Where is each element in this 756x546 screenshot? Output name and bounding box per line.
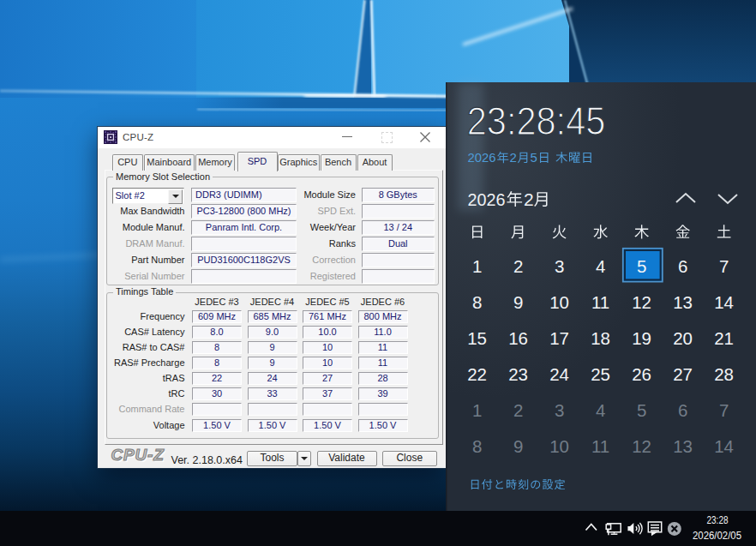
svg-text:4: 4 — [596, 256, 605, 276]
svg-text:16: 16 — [508, 328, 528, 348]
svg-text:3: 3 — [555, 400, 564, 420]
svg-text:12: 12 — [632, 292, 651, 312]
svg-text:21: 21 — [714, 328, 734, 348]
svg-text:2: 2 — [510, 150, 517, 165]
svg-text:14: 14 — [714, 292, 734, 312]
svg-text:2: 2 — [513, 400, 523, 420]
svg-text:5: 5 — [637, 256, 646, 276]
svg-text:5: 5 — [637, 400, 646, 420]
svg-text:19: 19 — [632, 328, 651, 348]
svg-text:1: 1 — [472, 256, 482, 276]
svg-text:9: 9 — [513, 436, 523, 456]
svg-text:3: 3 — [555, 256, 564, 276]
svg-text:27: 27 — [673, 364, 693, 384]
svg-text:23:28: 23:28 — [707, 514, 729, 526]
svg-text:17: 17 — [549, 328, 569, 348]
svg-text:20: 20 — [673, 328, 693, 348]
svg-text:9: 9 — [513, 292, 523, 312]
svg-text:13: 13 — [673, 436, 693, 456]
svg-text:8: 8 — [472, 436, 482, 456]
svg-text:7: 7 — [719, 256, 729, 276]
svg-text:11: 11 — [591, 436, 609, 456]
svg-text:6: 6 — [678, 400, 687, 420]
svg-text:2026: 2026 — [468, 150, 496, 165]
svg-text:14: 14 — [714, 436, 734, 456]
svg-text:22: 22 — [467, 364, 487, 384]
svg-text:2: 2 — [524, 189, 534, 209]
svg-text:2026/02/05: 2026/02/05 — [693, 530, 741, 542]
svg-text:4: 4 — [596, 400, 605, 420]
svg-text:25: 25 — [591, 364, 610, 384]
svg-text:15: 15 — [467, 328, 487, 348]
svg-text:7: 7 — [719, 400, 729, 420]
svg-text:26: 26 — [632, 364, 651, 384]
svg-text:2026: 2026 — [468, 189, 506, 209]
svg-text:23:28:45: 23:28:45 — [467, 99, 606, 143]
svg-text:6: 6 — [678, 256, 687, 276]
svg-text:8: 8 — [472, 292, 482, 312]
svg-text:11: 11 — [591, 292, 609, 312]
svg-text:2: 2 — [513, 256, 523, 276]
svg-text:10: 10 — [549, 292, 569, 312]
svg-text:1: 1 — [472, 400, 482, 420]
svg-text:10: 10 — [549, 436, 569, 456]
svg-text:23: 23 — [508, 364, 528, 384]
svg-text:24: 24 — [549, 364, 569, 384]
svg-text:12: 12 — [632, 436, 651, 456]
svg-text:18: 18 — [591, 328, 610, 348]
svg-text:28: 28 — [714, 364, 734, 384]
svg-text:13: 13 — [673, 292, 693, 312]
svg-text:5: 5 — [531, 150, 537, 165]
